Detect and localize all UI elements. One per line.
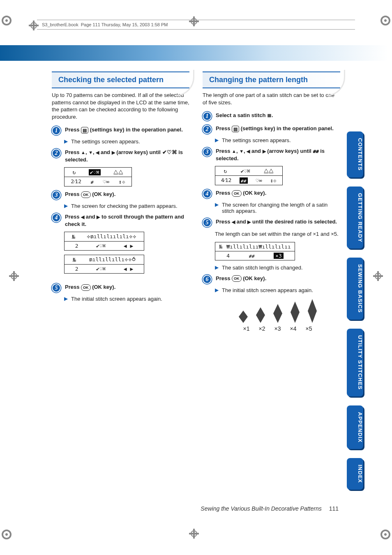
step-result: ▶ The satin stitch length is changed. [215, 265, 340, 271]
step-2: 2 Press ▤ (settings key) in the operatio… [203, 125, 340, 134]
lcd-icon: ⧋⧋ [113, 169, 123, 175]
page-content: Checking the selected pattern Up to 70 p… [0, 45, 388, 518]
step-text: (arrow keys) until [116, 149, 161, 155]
crop-mark-icon [2, 530, 12, 539]
step-3: 3 Press ▲, ▼, ◀ and ▶ (arrow keys) until… [203, 147, 340, 162]
tab-contents[interactable]: CONTENTS [347, 131, 363, 177]
lcd-stitch-preview: ₥ıllıllıllı⟡⟡⥀ [89, 256, 136, 263]
result-arrow-icon: ▶ [215, 137, 219, 143]
svg-marker-3 [291, 302, 300, 323]
chapter-band [0, 45, 388, 61]
step-text: Press [216, 190, 230, 196]
lcd-screen: № ₩ıllılılıı₩ıllılılıı 4 ⸙⸙ ×3 [215, 242, 295, 260]
arrow-right-icon: ▶ [247, 219, 251, 224]
lcd-icon-selected: ⸙⸙ [240, 177, 248, 184]
ratio-label: ×3 [274, 325, 281, 332]
crop-mark-icon [2, 16, 12, 25]
step-result: ▶ The settings screen appears. [64, 138, 189, 145]
section-intro: The length of one part of a satin stitch… [203, 92, 340, 106]
lcd-stitch-preview: ₩ıllılılıı₩ıllılılıı [226, 244, 291, 250]
step-note: The length can be set within the range o… [215, 230, 340, 238]
tab-sewing-basics[interactable]: SEWING BASICS [347, 258, 363, 319]
step-5: 5 Press ◀ and ▶ until the desired ratio … [203, 218, 340, 227]
result-arrow-icon: ▶ [64, 203, 68, 209]
registration-cross-icon [189, 529, 199, 539]
crop-mark-icon [380, 530, 390, 539]
step-result: ▶ The initial stitch screen appears agai… [215, 287, 340, 293]
section-title: Changing the pattern length [209, 76, 308, 84]
step-text: (OK key). [243, 190, 266, 196]
side-tabs: CONTENTS GETTING READY SEWING BASICS UTI… [347, 131, 363, 490]
step-text: (OK key). [92, 284, 115, 290]
lcd-icon: ⸙ [91, 179, 94, 185]
tab-appendix[interactable]: APPENDIX [347, 405, 363, 449]
tab-getting-ready[interactable]: GETTING READY [347, 187, 363, 249]
result-arrow-icon: ▶ [215, 265, 219, 271]
step-1: 1 Select a satin stitch ≣. [203, 112, 340, 121]
step-text: (settings key) in the operation panel. [241, 125, 334, 131]
arrow-left-icon: ◀ [232, 219, 235, 224]
step-result: ▶ The settings screen appears. [215, 137, 340, 143]
step-text: Press [216, 219, 230, 225]
step-text: until the desired ratio is selected. [252, 219, 337, 225]
ratio-label: ×1 [243, 325, 250, 332]
result-text: The settings screen appears. [71, 138, 140, 145]
arrow-left-icon: ◀ [81, 214, 84, 219]
result-text: The screen for changing the length of a … [222, 202, 340, 214]
section-title: Checking the selected pattern [58, 76, 164, 84]
arrow-up-icon: ▲ [232, 149, 236, 154]
lcd-nav: ◀ ▶ [124, 243, 133, 249]
arrow-down-icon: ▼ [239, 149, 244, 154]
stitch-shape-icon [308, 299, 317, 323]
footer-chapter: Sewing the Various Built-In Decorative P… [201, 505, 321, 512]
lcd-row: № ₩ıllılılıı₩ıllılılıı [215, 242, 295, 251]
svg-marker-0 [239, 311, 248, 323]
step-result: ▶ The screen for changing the length of … [215, 202, 340, 214]
tab-utility-stitches[interactable]: UTILITY STITCHES [347, 329, 363, 396]
tab-index[interactable]: INDEX [347, 458, 363, 490]
result-text: The initial stitch screen appears again. [71, 296, 162, 302]
ratio-x1: ×1 [313, 231, 319, 237]
header-filename: S3_brotherE.book [42, 22, 78, 27]
step-4: 4 Press OK (OK key). [203, 189, 340, 198]
step-number-icon: 4 [203, 189, 212, 198]
stitch-shape-icon [256, 307, 265, 323]
lcd-screen: ↻ ✔♡⌘ ⧋⧋ 2⁄12 ⸙ ♡∞ ↕⟐ [64, 167, 132, 187]
stitch-shape-icon [273, 304, 282, 323]
lcd-row: ↻ ✔♡⌘ ⧋⧋ [65, 168, 131, 177]
ok-key-icon: OK [81, 284, 91, 291]
column-right: Changing the pattern length The length o… [203, 71, 340, 332]
step-text: Select a satin stitch [216, 112, 265, 118]
lcd-value-selected: ×3 [274, 253, 284, 259]
step-number-icon: 2 [203, 125, 212, 134]
lcd-icon: ↻ [73, 169, 76, 175]
ok-key-icon: OK [232, 275, 242, 282]
column-left: Checking the selected pattern Up to 70 p… [52, 71, 189, 332]
lcd-row: 2 ✔♡⌘ ◀ ▶ [65, 241, 144, 250]
section-head-pattern-length: Changing the pattern length [203, 71, 340, 88]
step-text: and [251, 148, 261, 154]
svg-marker-4 [308, 299, 317, 323]
result-arrow-icon: ▶ [64, 138, 68, 145]
settings-key-icon: ▤ [232, 126, 239, 132]
step-number-icon: 3 [203, 147, 212, 157]
footer-page-number: 111 [329, 505, 339, 512]
lcd-value: 2 [75, 243, 78, 249]
step-number-icon: 3 [52, 191, 61, 200]
lcd-icon: № [72, 234, 75, 240]
lcd-value: 2 [75, 266, 78, 272]
page-header: S3_brotherE.book Page 111 Thursday, May … [37, 20, 355, 30]
step-1: 1 Press ▤ (settings key) in the operatio… [52, 126, 189, 135]
ratio-label: ×5 [305, 325, 312, 332]
svg-marker-2 [273, 304, 282, 323]
step-4: 4 Press ◀ and ▶ to scroll through the pa… [52, 213, 189, 228]
lcd-row: № ⟡₥ıllılıılılı⟡⟡ [65, 232, 144, 241]
crop-mark-icon [380, 16, 390, 25]
step-text: (OK key). [92, 191, 115, 197]
satin-length-icon: ⸙⸙ [313, 148, 319, 154]
step-text: Press [65, 127, 79, 133]
step-result: ▶ The screen for checking the pattern ap… [64, 203, 189, 209]
result-text: The initial stitch screen appears again. [222, 287, 313, 293]
step-text: (settings key) in the operation panel. [90, 127, 183, 133]
lcd-row: 4 ⸙⸙ ×3 [215, 251, 295, 260]
